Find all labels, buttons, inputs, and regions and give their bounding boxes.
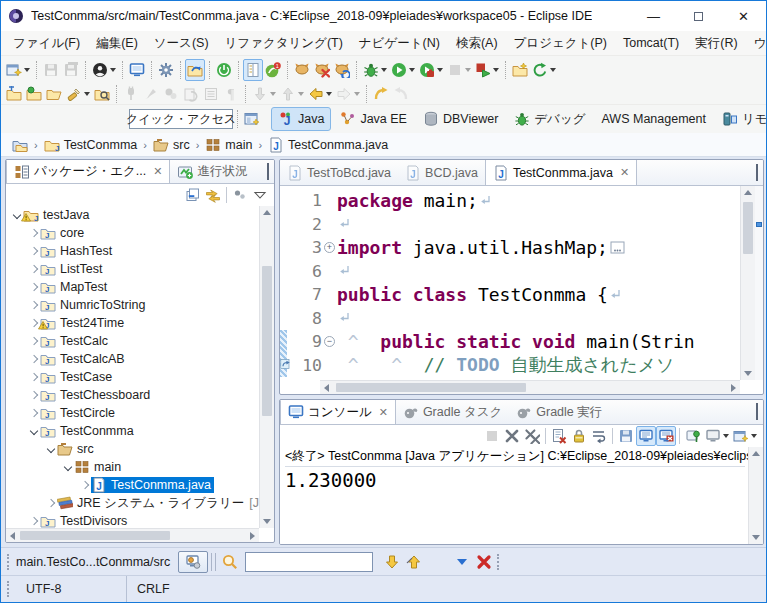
highlighter-button[interactable]	[64, 83, 92, 105]
view-maximize-button[interactable]	[756, 166, 758, 180]
close-button[interactable]: ✕	[721, 1, 766, 31]
tab-close-icon[interactable]: ✕	[379, 406, 388, 419]
folder-import-button[interactable]	[4, 83, 24, 105]
menu-a[interactable]: 検索(A)	[448, 32, 506, 55]
tree-expander[interactable]	[27, 518, 40, 524]
perspective-java[interactable]: JJava	[271, 107, 331, 131]
dropdown-arrow-icon[interactable]	[298, 92, 304, 96]
tree-item-testdivisors[interactable]: JTestDivisors	[6, 512, 259, 528]
console-tab-item[interactable]: コンソール✕	[280, 400, 396, 424]
tree-item-testconmma-java[interactable]: JTestConmma.java	[6, 476, 259, 494]
debug-button[interactable]	[361, 59, 389, 81]
console-tab-gradle[interactable]: Gradle タスク	[396, 400, 509, 424]
dropdown-arrow-icon[interactable]	[751, 434, 757, 438]
menu-w[interactable]: ウィンドウ(W)	[746, 32, 767, 55]
code-line[interactable]: 2	[288, 213, 740, 237]
next-annotation-button[interactable]	[250, 83, 278, 105]
save-all-button[interactable]	[61, 59, 81, 81]
prev-annotation-button[interactable]	[278, 83, 306, 105]
code-line[interactable]: 8	[288, 307, 740, 331]
menu-e[interactable]: 編集(E)	[88, 32, 146, 55]
dropdown-arrow-icon[interactable]	[110, 68, 116, 72]
console-tab-gradle[interactable]: Gradle 実行	[509, 400, 609, 424]
tree-expander[interactable]	[27, 356, 40, 362]
view-tab-item[interactable]: 進行状況	[170, 160, 254, 183]
tree-expander[interactable]	[78, 482, 91, 488]
back-button[interactable]	[306, 83, 334, 105]
close-search-button[interactable]	[473, 551, 495, 573]
tab-close-icon[interactable]: ✕	[153, 165, 162, 178]
new-java-project-button[interactable]	[510, 59, 530, 81]
last-edit-button[interactable]	[371, 83, 391, 105]
display-console-button[interactable]	[703, 426, 731, 446]
code-line[interactable]: 3+import java.util.HashMap;	[288, 236, 740, 260]
link-editor-button[interactable]	[203, 185, 223, 205]
breadcrumb-item-src[interactable]: src	[150, 137, 193, 153]
refresh-green-button[interactable]	[530, 59, 558, 81]
dropdown-arrow-icon[interactable]	[354, 92, 360, 96]
fold-column[interactable]: −	[322, 336, 337, 347]
menu-n[interactable]: ナビゲート(N)	[351, 32, 448, 55]
code-editor[interactable]: 1package main;23+import java.util.HashMa…	[280, 186, 740, 380]
tree-expander[interactable]	[27, 284, 40, 290]
console-content[interactable]: <終了> TestConmma [Java アプリケーション] C:¥Eclip…	[280, 447, 748, 544]
minimize-button[interactable]: —	[631, 1, 676, 31]
perspective-item[interactable]: リモート・システム・エクスプローラー	[715, 107, 767, 132]
scroll-lock-button[interactable]	[569, 426, 589, 446]
dropdown-arrow-icon[interactable]	[493, 68, 499, 72]
open-dir-button[interactable]	[185, 59, 205, 81]
tree-item-jre[interactable]: JRE システム・ライブラリー[JavaSE-1.8	[6, 494, 259, 512]
remove-all-launches-button[interactable]	[522, 426, 542, 446]
tree-item-testcalc[interactable]: JTestCalc	[6, 332, 259, 350]
jump-button[interactable]	[178, 551, 208, 573]
tree-item-test24time[interactable]: JTest24Time	[6, 314, 259, 332]
code-line[interactable]: 7public class TestConmma {	[288, 283, 740, 307]
run-button[interactable]	[389, 59, 417, 81]
tree-item-core[interactable]: Jcore	[6, 224, 259, 242]
search-options-button[interactable]	[451, 551, 473, 573]
remove-launch-button[interactable]	[502, 426, 522, 446]
dropdown-arrow-icon[interactable]	[409, 68, 415, 72]
next-edit-button[interactable]	[391, 83, 411, 105]
tree-expander[interactable]	[27, 392, 40, 398]
tree-vertical-scrollbar[interactable]	[259, 206, 274, 528]
terminate-button[interactable]	[482, 426, 502, 446]
run-external-button[interactable]	[417, 59, 445, 81]
tree-expander[interactable]	[27, 302, 40, 308]
tree-item-testchessboard[interactable]: JTestChessboard	[6, 386, 259, 404]
tree-item-testconmma[interactable]: JTestConmma	[6, 422, 259, 440]
tree-expander[interactable]	[44, 500, 57, 506]
view-maximize-button[interactable]	[267, 165, 269, 179]
quick-access-box[interactable]: クイック・アクセス	[129, 109, 233, 129]
breadcrumb-item-testconmma-java[interactable]: JTestConmma.java	[265, 137, 391, 153]
code-line[interactable]: 10 ^ ^ // TODO 自動生成されたメソ	[288, 354, 740, 378]
pilcrow-button[interactable]: ¶	[221, 83, 241, 105]
tomcat-restart-button[interactable]	[332, 59, 352, 81]
tree-item-testcircle[interactable]: JTestCircle	[6, 404, 259, 422]
tree-expander[interactable]	[27, 230, 40, 236]
maximize-button[interactable]	[676, 1, 721, 31]
tree-expander[interactable]	[27, 266, 40, 272]
dropdown-arrow-icon[interactable]	[381, 68, 387, 72]
plug-button[interactable]	[121, 83, 141, 105]
tree-item-src[interactable]: src	[6, 440, 259, 458]
folded-region-icon[interactable]	[610, 241, 625, 254]
menu-r[interactable]: 実行(R)	[687, 32, 745, 55]
new-wizard-button[interactable]	[4, 59, 32, 81]
pin-console-button[interactable]	[683, 426, 703, 446]
code-line[interactable]: 1package main;	[288, 189, 740, 213]
save-button[interactable]	[41, 59, 61, 81]
folder-db-button[interactable]	[24, 83, 44, 105]
tree-item-main[interactable]: main	[6, 458, 259, 476]
fold-expanded-icon[interactable]: −	[324, 336, 335, 347]
overview-ruler[interactable]	[755, 186, 763, 380]
tree-expander[interactable]	[27, 428, 40, 434]
tree-horizontal-scrollbar[interactable]	[6, 528, 259, 542]
breadcrumb-item-testconmma[interactable]: JTestConmma	[41, 137, 141, 153]
tree-expander[interactable]	[44, 446, 57, 452]
collapse-all-button[interactable]	[183, 185, 203, 205]
whitespace-button[interactable]	[243, 59, 263, 81]
start-server-button[interactable]	[214, 59, 234, 81]
editor-tab-testtobcd-java[interactable]: JTestToBcd.java	[280, 160, 398, 185]
forward-button[interactable]	[334, 83, 362, 105]
